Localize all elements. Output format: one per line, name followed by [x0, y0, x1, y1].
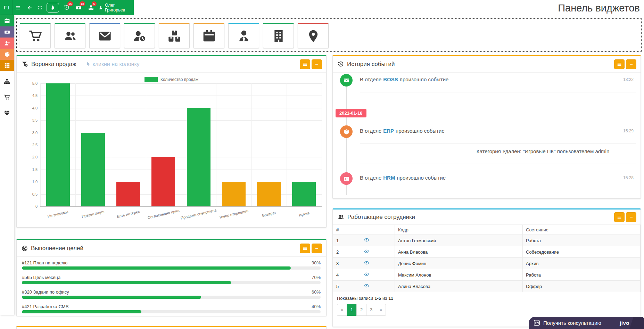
map-pin-icon [306, 29, 320, 43]
holiday-theme-button[interactable] [47, 3, 59, 13]
cart-icon [28, 29, 42, 43]
fullscreen-button[interactable] [38, 0, 42, 15]
envelope-icon [98, 29, 112, 43]
sidebar-item-shop[interactable] [0, 89, 14, 105]
view-employee-button[interactable] [364, 237, 369, 242]
page-prev-button[interactable]: « [337, 304, 347, 316]
goal-percent: 90% [312, 260, 321, 265]
funnel-bar[interactable] [187, 108, 210, 206]
page-1-button[interactable]: 1 [347, 304, 357, 316]
funnel-bar[interactable] [81, 133, 105, 206]
funnel-bar[interactable] [116, 182, 140, 206]
sidebar-item-structure[interactable] [0, 74, 14, 89]
list-icon [303, 62, 307, 67]
gridline [181, 83, 181, 206]
panel-title: История событий [347, 61, 395, 68]
widget-card-attendance[interactable] [124, 23, 155, 48]
col-header-state-sort-link[interactable]: Состояние [523, 225, 641, 235]
funnel-bar[interactable] [151, 157, 175, 206]
gridline [146, 83, 146, 206]
users-icon [63, 29, 77, 43]
jivo-label: Получить консультацию [543, 320, 601, 326]
expand-icon [38, 5, 42, 10]
view-employee-button[interactable] [364, 283, 369, 288]
event-hrm-icon-circle [340, 172, 353, 185]
goal-progressbar [22, 281, 321, 284]
widget-card-mail[interactable] [89, 23, 120, 48]
employees-panel: Работающие сотрудники # Кадр Состояние 1… [332, 208, 641, 327]
view-employee-button[interactable] [364, 272, 369, 277]
employees-header: Работающие сотрудники [333, 209, 641, 225]
gridline [322, 83, 322, 206]
event-dept-link[interactable]: HRM [383, 175, 395, 181]
history-badge: 15 [67, 1, 73, 6]
view-employee-button[interactable] [364, 260, 369, 265]
minus-icon [314, 246, 319, 251]
page-next-button[interactable]: » [376, 304, 386, 316]
goal-percent: 60% [312, 289, 321, 295]
goals-panel: Выполнение целей #121 План на неделю 90%… [16, 239, 327, 316]
funnel-bar[interactable] [46, 83, 70, 206]
event-row: В отделеERPпроизошло событие 15:29 [360, 128, 634, 134]
widget-dock [16, 18, 642, 52]
sidebar-item-products[interactable] [0, 49, 14, 60]
widget-card-company[interactable] [263, 23, 294, 48]
widget-card-calendar[interactable] [193, 23, 224, 48]
chart-legend[interactable]: Количество продаж [17, 77, 326, 82]
page-2-button[interactable]: 2 [356, 304, 366, 316]
list-icon [303, 246, 307, 251]
gridline [216, 83, 216, 206]
eye-icon [364, 260, 369, 265]
y-axis-tick-label: 3.0 [22, 131, 38, 135]
panel-menu-button[interactable] [614, 59, 625, 69]
sidebar-item-calendar[interactable] [0, 15, 14, 26]
panel-collapse-button[interactable] [312, 59, 322, 69]
minus-icon [314, 62, 319, 67]
sidebar-item-finance[interactable] [0, 26, 14, 38]
panel-menu-button[interactable] [300, 244, 310, 253]
widget-card-clients[interactable] [55, 23, 85, 48]
goals-header: Выполнение целей [17, 240, 326, 257]
widget-card-stock[interactable] [159, 23, 190, 48]
y-axis-tick-label: 5.0 [22, 81, 38, 85]
funnel-bar[interactable] [257, 182, 281, 206]
event-dept-link[interactable]: BOSS [383, 76, 398, 82]
widget-card-staff[interactable] [228, 23, 259, 48]
sidebar-item-health[interactable] [0, 105, 14, 121]
y-axis-tick-label: 2.5 [22, 143, 38, 147]
sales-funnel-panel: Воронка продаж кликни на колонку Количес… [16, 55, 327, 228]
widget-card-sales[interactable] [20, 23, 51, 48]
sales-funnel-header: Воронка продаж кликни на колонку [17, 56, 326, 73]
event-erp-icon-circle [340, 125, 353, 138]
app-logo[interactable]: F.I [4, 0, 9, 15]
event-dept-link[interactable]: ERP [383, 128, 394, 134]
cart-icon [4, 94, 10, 100]
panel-collapse-button[interactable] [312, 244, 322, 253]
boxes-icon [167, 29, 181, 43]
back-button[interactable] [27, 0, 32, 15]
event-boss-icon-circle [340, 74, 353, 87]
gridline [287, 83, 287, 206]
page-3-button[interactable]: 3 [366, 304, 376, 316]
panel-menu-button[interactable] [300, 59, 310, 69]
sidebar-item-hr[interactable] [0, 38, 14, 49]
eye-icon [364, 237, 369, 242]
event-history-header: История событий [333, 56, 641, 73]
funnel-bar[interactable] [222, 182, 246, 206]
goal-progressbar [22, 310, 321, 313]
event-time: 15:28 [623, 175, 634, 180]
minus-icon [629, 62, 634, 67]
panel-menu-button[interactable] [614, 212, 625, 222]
widget-card-map[interactable] [298, 23, 329, 48]
user-menu[interactable]: Олег Григорьев [99, 0, 134, 15]
panel-collapse-button[interactable] [626, 212, 636, 222]
timeline-date-badge: 2021-01-18 [336, 109, 366, 117]
funnel-bar[interactable] [292, 182, 316, 206]
panel-collapse-button[interactable] [626, 59, 636, 69]
view-employee-button[interactable] [364, 249, 369, 254]
calendar-icon [202, 29, 216, 43]
employees-table: # Кадр Состояние 1 Антон ГетманскийРабот… [333, 225, 641, 292]
menu-toggle-button[interactable] [15, 0, 20, 15]
sidebar-item-apps[interactable] [0, 60, 14, 71]
jivo-chat-button[interactable]: Получить консультацию jivo [529, 317, 644, 329]
